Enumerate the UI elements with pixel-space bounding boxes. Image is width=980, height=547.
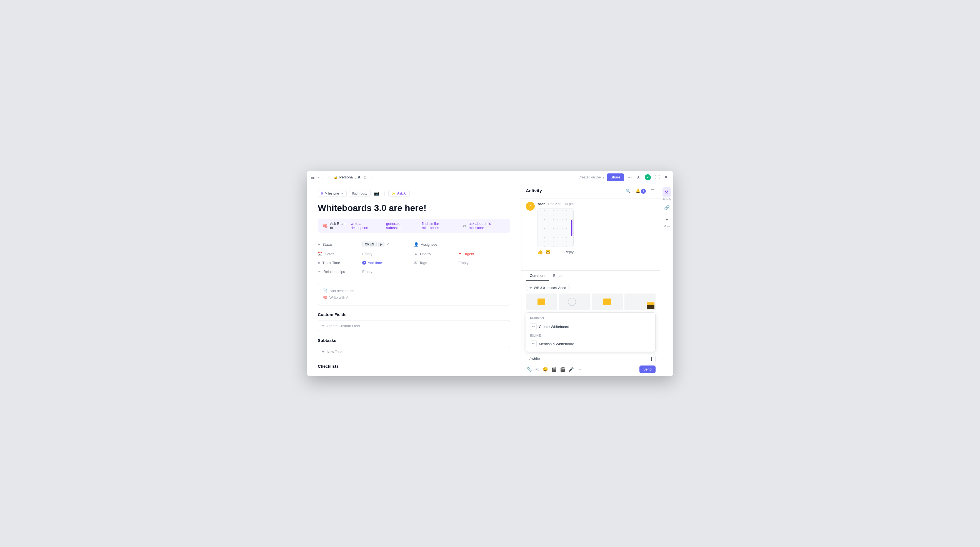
whiteboard-preview <box>538 208 574 247</box>
like-icon[interactable]: 👍 <box>538 249 543 255</box>
write-ai-button[interactable]: 🧠 Write with AI <box>323 294 505 301</box>
ai-banner: 🧠 Ask Brain to write a description · gen… <box>318 219 510 233</box>
ai-link-ask[interactable]: ask about this milestone <box>469 222 506 230</box>
attachment-icon[interactable]: 📎 <box>526 366 533 373</box>
wb-thumb-3[interactable] <box>592 293 623 310</box>
status-icon: ● <box>318 242 320 247</box>
image-icon[interactable]: 📷 <box>373 190 380 197</box>
video-icon[interactable]: 🎬 <box>559 366 566 373</box>
send-button[interactable]: Send <box>640 365 655 373</box>
gif-icon[interactable]: 🎬 <box>550 366 557 373</box>
close-icon[interactable]: ✕ <box>663 174 669 181</box>
more-toolbar-icon[interactable]: ⋯ <box>576 366 582 373</box>
wb-thumb-2[interactable] <box>558 293 590 310</box>
ai-link-similar[interactable]: find similar milestones <box>422 222 456 230</box>
create-checklist-button[interactable]: + Create Checklist <box>318 372 510 376</box>
input-toolbar-icons: 📎 @ 😀 🎬 🎬 🎤 ⋯ <box>526 366 582 373</box>
relationships-value[interactable]: Empty <box>362 270 372 274</box>
priority-icon: ▲ <box>414 252 418 256</box>
tags-icon: ✉ <box>414 260 417 265</box>
nav-forward-button[interactable]: › <box>321 175 325 180</box>
main-layout: Milestone ▼ 8udhrbcxy 📷 | ✨ Ask AI White… <box>307 184 673 376</box>
add-description-label: Add description <box>329 289 355 293</box>
dates-row: 📅 Dates Empty <box>318 249 414 258</box>
emoji-toolbar-icon[interactable]: 😀 <box>542 366 549 373</box>
status-row: ● Status OPEN ▶ ✓ <box>318 239 414 249</box>
search-icon[interactable]: 🔍 <box>625 188 632 194</box>
create-whiteboard-item[interactable]: ✏ Create Whiteboard <box>526 321 655 332</box>
status-arrow-button[interactable]: ▶ <box>378 242 385 247</box>
comment-user: zach <box>538 202 546 206</box>
star-icon[interactable]: ★ <box>635 174 641 181</box>
tags-label: ✉ Tags <box>414 260 458 265</box>
mention-whiteboard-item[interactable]: ✏ Mention a Whiteboard <box>526 338 655 349</box>
assignees-label-text: Assignees <box>421 242 438 247</box>
priority-value[interactable]: ⚑ Urgent <box>458 252 474 256</box>
breadcrumb-title: Personal List <box>339 175 360 179</box>
status-label-text: Status <box>322 242 332 247</box>
activity-header-icons: 🔍 🔔 1 ☰ <box>625 187 655 195</box>
mention-icon[interactable]: @ <box>535 366 540 373</box>
wb-thumb-1[interactable] <box>526 293 557 310</box>
ai-or: or <box>463 224 467 228</box>
status-open-badge[interactable]: OPEN <box>362 242 377 247</box>
assignees-icon: 👤 <box>414 242 418 247</box>
status-check-icon[interactable]: ✓ <box>386 242 390 247</box>
new-task-button[interactable]: + New Task <box>318 346 510 357</box>
dates-label: 📅 Dates <box>318 252 362 256</box>
wb-dot-background <box>538 209 573 247</box>
write-ai-label: Write with AI <box>329 295 350 300</box>
create-whiteboard-label: Create Whiteboard <box>539 325 569 329</box>
ask-ai-button[interactable]: ✨ Ask AI <box>388 190 410 197</box>
link-icon-button[interactable]: 🔗 <box>662 203 672 213</box>
milestone-badge[interactable]: Milestone ▼ <box>318 190 347 197</box>
dates-value[interactable]: Empty <box>362 252 372 256</box>
add-tab-icon[interactable]: + <box>370 174 374 181</box>
priority-flag-icon: ⚑ <box>458 252 462 256</box>
more-options-icon[interactable]: ⋯ <box>627 174 633 181</box>
assignees-row: 👤 Assignees <box>414 239 510 249</box>
relationships-label-text: Relationships <box>323 270 345 274</box>
comment-tabs: Comment Email <box>522 270 660 281</box>
nav-back-button[interactable]: ‹ <box>317 175 321 180</box>
wb-embed-button[interactable]: ✏ WB 3.0 Launch Video <box>526 285 570 291</box>
relationships-label: ⚭ Relationships <box>318 270 362 274</box>
comment-input-area: ✏ WB 3.0 Launch Video <box>522 281 660 376</box>
avatar-icon[interactable]: Z <box>644 173 652 182</box>
filter-icon[interactable]: ☰ <box>650 188 655 194</box>
add-description-button[interactable]: 📄 Add description <box>323 287 505 294</box>
ai-link-subtasks[interactable]: generate subtasks <box>386 222 414 230</box>
audio-icon[interactable]: 🎤 <box>568 366 575 373</box>
tab-comment[interactable]: Comment <box>526 271 549 281</box>
comment-text-input[interactable]: / white <box>526 354 655 363</box>
ai-link-description[interactable]: write a description <box>351 222 379 230</box>
priority-label-value: Urgent <box>463 252 474 256</box>
clock-icon: ● <box>318 260 320 265</box>
ai-sep2: · <box>417 224 418 228</box>
tags-value[interactable]: Empty <box>458 261 469 265</box>
reply-button[interactable]: Reply <box>565 250 574 254</box>
wb-thumb-4[interactable] <box>624 293 655 310</box>
activity-icon-button[interactable]: ⚒ <box>662 187 671 197</box>
lock-icon: 🔒 <box>334 175 338 179</box>
share-button[interactable]: Share <box>607 174 624 181</box>
expand-icon[interactable]: ⛶ <box>654 174 661 181</box>
checklists-title: Checklists <box>318 364 510 368</box>
mention-whiteboard-label: Mention a Whiteboard <box>539 342 574 346</box>
relationships-row: ⚭ Relationships Empty <box>318 267 414 276</box>
notification-icon[interactable]: 🔔 1 <box>635 187 647 195</box>
id-badge[interactable]: 8udhrbcxy <box>349 190 370 197</box>
ai-write-icon: 🧠 <box>323 295 327 300</box>
sidebar-toggle-icon[interactable]: ☷ <box>311 175 315 180</box>
ai-sep1: · <box>382 224 383 228</box>
create-custom-field-button[interactable]: + Create Custom Field <box>318 320 510 331</box>
add-time-button[interactable]: ● Add time <box>362 261 382 265</box>
sidebar-more-group: + More <box>663 215 670 228</box>
notification-badge: 1 <box>641 189 646 194</box>
relationships-icon: ⚭ <box>318 270 321 274</box>
emoji-icon[interactable]: 😀 <box>545 249 551 255</box>
tab-email[interactable]: Email <box>549 271 566 281</box>
more-icon-button[interactable]: + <box>663 215 670 224</box>
left-content: Milestone ▼ 8udhrbcxy 📷 | ✨ Ask AI White… <box>307 184 521 376</box>
export-icon[interactable]: ⎋ <box>363 174 368 181</box>
